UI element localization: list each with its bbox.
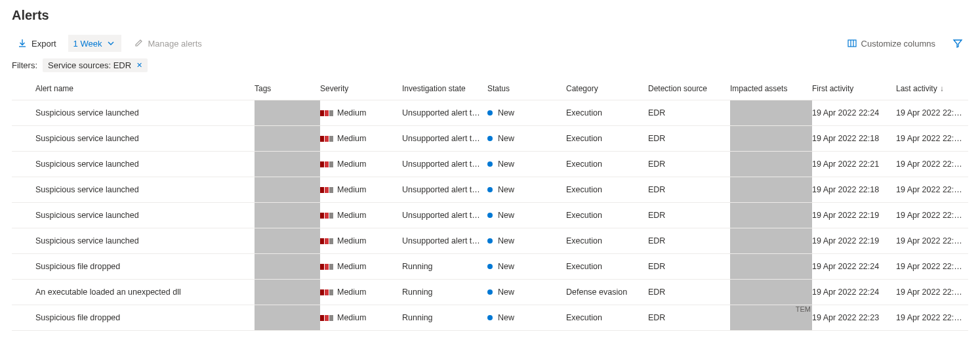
cell-last-activity: 19 Apr 2022 22:26: [896, 185, 968, 194]
cell-severity: Medium: [320, 236, 402, 245]
edit-icon: [133, 38, 144, 49]
cell-status: New: [487, 287, 566, 297]
status-dot-icon: [487, 289, 493, 295]
col-category[interactable]: Category: [566, 84, 648, 93]
cell-alert-name: Suspicious service launched: [12, 185, 255, 194]
cell-tags: [255, 177, 320, 202]
table-row[interactable]: Suspicious service launchedMediumUnsuppo…: [12, 100, 968, 126]
col-tags[interactable]: Tags: [255, 84, 320, 93]
severity-label: Medium: [337, 262, 366, 271]
cell-alert-name: Suspicious file dropped: [12, 262, 255, 271]
cell-investigation: Unsupported alert type: [402, 108, 487, 117]
cell-investigation: Unsupported alert type: [402, 134, 487, 143]
status-label: New: [498, 185, 514, 194]
status-dot-icon: [487, 161, 493, 167]
col-investigation[interactable]: Investigation state: [402, 84, 487, 93]
cell-last-activity: 19 Apr 2022 22:24: [896, 262, 968, 271]
filter-chip-remove-icon[interactable]: ✕: [136, 61, 142, 70]
table-row[interactable]: Suspicious service launchedMediumUnsuppo…: [12, 152, 968, 177]
severity-bars-icon: [320, 213, 333, 219]
cell-first-activity: 19 Apr 2022 22:21: [812, 159, 896, 169]
cell-impacted-assets: [730, 203, 812, 228]
cell-alert-name: Suspicious service launched: [12, 108, 255, 117]
status-dot-icon: [487, 238, 493, 244]
cell-detection-source: EDR: [648, 159, 730, 169]
cell-investigation: Unsupported alert type: [402, 185, 487, 194]
cell-category: Execution: [566, 185, 648, 194]
manage-alerts-button[interactable]: Manage alerts: [128, 35, 207, 52]
severity-bars-icon: [320, 110, 333, 116]
time-range-button[interactable]: 1 Week: [68, 35, 122, 52]
cell-impacted-assets: [730, 280, 812, 305]
col-first-activity[interactable]: First activity: [812, 84, 896, 93]
status-label: New: [498, 262, 514, 271]
col-impacted-assets[interactable]: Impacted assets: [730, 84, 812, 93]
time-range-label: 1 Week: [73, 39, 102, 49]
severity-label: Medium: [337, 134, 366, 143]
cell-category: Execution: [566, 313, 648, 322]
cell-investigation: Running: [402, 262, 487, 271]
col-status[interactable]: Status: [487, 84, 566, 93]
cell-alert-name: Suspicious service launched: [12, 236, 255, 245]
status-label: New: [498, 108, 514, 117]
cell-first-activity: 19 Apr 2022 22:24: [812, 108, 896, 117]
cell-status: New: [487, 108, 566, 117]
cell-first-activity: 19 Apr 2022 22:18: [812, 134, 896, 143]
severity-label: Medium: [337, 287, 366, 297]
cell-impacted-assets: [730, 177, 812, 202]
cell-severity: Medium: [320, 159, 402, 169]
cell-impacted-assets: [730, 152, 812, 177]
status-label: New: [498, 313, 514, 322]
severity-bars-icon: [320, 264, 333, 270]
cell-category: Execution: [566, 134, 648, 143]
export-label: Export: [31, 39, 56, 49]
col-last-activity[interactable]: Last activity ↓: [896, 84, 968, 93]
status-dot-icon: [487, 187, 493, 192]
table-row[interactable]: Suspicious file droppedMediumRunningNewE…: [12, 254, 968, 280]
cell-alert-name: Suspicious service launched: [12, 134, 255, 143]
table-row[interactable]: Suspicious service launchedMediumUnsuppo…: [12, 126, 968, 152]
severity-label: Medium: [337, 236, 366, 245]
cell-severity: Medium: [320, 108, 402, 117]
cell-alert-name: An executable loaded an unexpected dll: [12, 287, 255, 297]
filter-chip-service-sources[interactable]: Service sources: EDR ✕: [43, 58, 148, 72]
cell-status: New: [487, 211, 566, 220]
table-row[interactable]: An executable loaded an unexpected dllMe…: [12, 280, 968, 305]
cell-impacted-assets: [730, 100, 812, 125]
chevron-down-icon: [106, 38, 116, 49]
table-row[interactable]: Suspicious service launchedMediumUnsuppo…: [12, 203, 968, 228]
status-label: New: [498, 134, 514, 143]
cell-detection-source: EDR: [648, 134, 730, 143]
table-row[interactable]: Suspicious service launchedMediumUnsuppo…: [12, 177, 968, 203]
filters-prefix: Filters:: [12, 60, 37, 70]
cell-last-activity: 19 Apr 2022 22:30: [896, 108, 968, 117]
status-label: New: [498, 159, 514, 169]
filter-button[interactable]: [947, 35, 968, 52]
cell-severity: Medium: [320, 211, 402, 220]
cell-first-activity: 19 Apr 2022 22:24: [812, 287, 896, 297]
cell-investigation: Unsupported alert type: [402, 211, 487, 220]
customize-columns-button[interactable]: Customize columns: [842, 35, 941, 52]
cell-status: New: [487, 134, 566, 143]
status-dot-icon: [487, 136, 493, 141]
export-button[interactable]: Export: [12, 35, 62, 52]
toolbar: Export 1 Week Manage alerts: [12, 35, 968, 52]
grid-header: Alert name Tags Severity Investigation s…: [12, 79, 968, 100]
table-row[interactable]: Suspicious service launchedMediumUnsuppo…: [12, 228, 968, 254]
status-dot-icon: [487, 264, 493, 269]
table-row[interactable]: Suspicious file droppedMediumRunningNewE…: [12, 305, 968, 331]
cell-severity: Medium: [320, 287, 402, 297]
cell-alert-name: Suspicious service launched: [12, 211, 255, 220]
cell-impacted-assets: [730, 254, 812, 279]
col-detection-source[interactable]: Detection source: [648, 84, 730, 93]
cell-severity: Medium: [320, 262, 402, 271]
cell-first-activity: 19 Apr 2022 22:23: [812, 313, 896, 322]
cell-first-activity: 19 Apr 2022 22:24: [812, 262, 896, 271]
filters-row: Filters: Service sources: EDR ✕: [12, 58, 968, 72]
col-alert-name[interactable]: Alert name: [12, 84, 255, 93]
col-severity[interactable]: Severity: [320, 84, 402, 93]
cell-last-activity: 19 Apr 2022 22:26: [896, 159, 968, 169]
cell-first-activity: 19 Apr 2022 22:19: [812, 211, 896, 220]
cell-category: Execution: [566, 108, 648, 117]
cell-tags: [255, 254, 320, 279]
